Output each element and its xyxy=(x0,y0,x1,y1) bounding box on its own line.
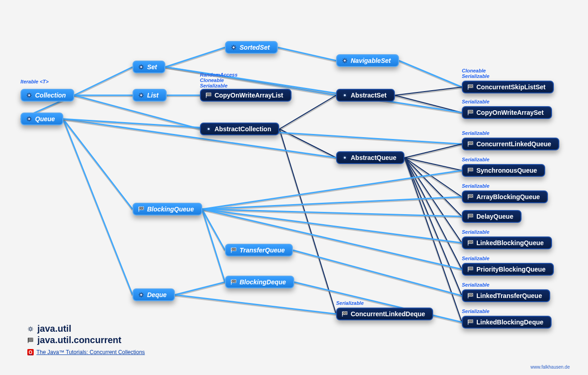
tag-iterable: Iterable <T> xyxy=(20,79,49,84)
svg-line-51 xyxy=(404,158,462,296)
svg-line-142 xyxy=(346,62,347,62)
svg-point-76 xyxy=(29,328,32,330)
node-delayqueue[interactable]: DelayQueue xyxy=(462,210,522,223)
svg-line-69 xyxy=(293,250,462,296)
svg-line-124 xyxy=(142,96,143,97)
node-label: TransferQueue xyxy=(240,247,285,254)
svg-line-70 xyxy=(175,283,225,296)
svg-line-184 xyxy=(142,296,143,297)
svg-line-31 xyxy=(63,119,133,209)
svg-line-49 xyxy=(404,158,462,269)
svg-line-53 xyxy=(404,158,462,322)
svg-line-183 xyxy=(139,293,140,294)
svg-rect-172 xyxy=(206,93,211,96)
svg-line-30 xyxy=(63,120,133,210)
gear-icon xyxy=(26,92,32,98)
node-syncqueue[interactable]: SynchronousQueue xyxy=(462,164,545,177)
svg-line-170 xyxy=(343,159,344,159)
node-sortedset[interactable]: SortedSet xyxy=(225,41,278,54)
node-label: LinkedTransferQueue xyxy=(476,292,542,299)
svg-line-169 xyxy=(346,159,347,159)
svg-rect-176 xyxy=(231,248,236,251)
node-collection[interactable]: Collection xyxy=(20,89,74,102)
svg-line-107 xyxy=(27,120,28,121)
node-abstractqueue[interactable]: AbstractQueue xyxy=(336,151,404,164)
node-arrayblockingqueue[interactable]: ArrayBlockingQueue xyxy=(462,190,548,203)
svg-line-67 xyxy=(202,209,225,282)
node-priorityblockingqueue[interactable]: PriorityBlockingQueue xyxy=(462,263,554,276)
node-abstractset[interactable]: AbstractSet xyxy=(336,89,395,102)
svg-rect-203 xyxy=(468,241,473,244)
node-label: AbstractSet xyxy=(351,92,387,99)
svg-line-26 xyxy=(279,130,336,159)
node-label: ArrayBlockingQueue xyxy=(476,193,540,200)
gear-icon xyxy=(26,116,32,122)
node-abstractcollection[interactable]: AbstractCollection xyxy=(200,123,279,135)
node-queue[interactable]: Queue xyxy=(20,113,63,125)
svg-line-98 xyxy=(27,96,28,97)
svg-line-48 xyxy=(404,159,462,270)
svg-line-125 xyxy=(139,96,140,97)
svg-point-136 xyxy=(343,59,346,62)
oracle-icon: O xyxy=(27,349,34,355)
svg-line-81 xyxy=(29,327,30,328)
flag-icon xyxy=(467,141,474,147)
svg-line-57 xyxy=(202,197,462,209)
svg-line-71 xyxy=(175,282,225,295)
svg-line-161 xyxy=(207,130,208,131)
node-list[interactable]: List xyxy=(133,89,167,102)
svg-rect-197 xyxy=(468,168,473,171)
node-copowset[interactable]: CopyOnWriteArraySet xyxy=(462,106,552,119)
svg-line-8 xyxy=(165,48,225,68)
svg-rect-205 xyxy=(468,267,473,270)
node-concurrentlinkeddeque[interactable]: ConcurrentLinkedDeque xyxy=(336,308,433,320)
svg-line-16 xyxy=(395,88,462,96)
svg-line-39 xyxy=(404,144,462,158)
tutorial-label: The Java™ Tutorials: Concurrent Collecti… xyxy=(36,349,145,355)
node-transferqueue[interactable]: TransferQueue xyxy=(225,244,293,257)
svg-line-46 xyxy=(404,159,462,244)
node-blockingdeque[interactable]: BlockingDeque xyxy=(225,276,294,288)
svg-point-100 xyxy=(28,118,31,120)
node-label: List xyxy=(147,92,159,99)
flag-icon xyxy=(230,247,237,253)
node-linkedblockingdeque[interactable]: LinkedBlockingDeque xyxy=(462,316,552,329)
svg-line-160 xyxy=(210,130,210,131)
svg-line-116 xyxy=(139,68,140,69)
gear-icon xyxy=(342,92,348,98)
svg-line-50 xyxy=(404,159,462,297)
svg-line-47 xyxy=(404,158,462,243)
svg-line-117 xyxy=(142,65,143,66)
node-conclinkedqueue[interactable]: ConcurrentLinkedQueue xyxy=(462,138,559,150)
svg-line-84 xyxy=(31,327,32,328)
node-concskiplistset[interactable]: ConcurrentSkipListSet xyxy=(462,81,554,93)
tutorial-link[interactable]: O The Java™ Tutorials: Concurrent Collec… xyxy=(27,349,145,355)
gear-icon xyxy=(342,57,348,64)
interface-tag: Serializable xyxy=(462,157,490,162)
svg-line-61 xyxy=(202,209,462,243)
flag-icon xyxy=(230,279,237,285)
svg-line-151 xyxy=(346,96,347,97)
node-linkedblockingqueue[interactable]: LinkedBlockingQueue xyxy=(462,236,552,249)
svg-line-64 xyxy=(202,210,225,251)
interface-tag: Serializable xyxy=(462,183,490,189)
node-blockingqueue[interactable]: BlockingQueue xyxy=(133,203,202,216)
svg-line-54 xyxy=(202,171,462,210)
node-set[interactable]: Set xyxy=(133,61,165,73)
node-linkedtransferqueue[interactable]: LinkedTransferQueue xyxy=(462,289,550,302)
svg-rect-187 xyxy=(231,280,236,283)
svg-line-17 xyxy=(395,87,462,95)
svg-line-186 xyxy=(142,293,143,294)
svg-line-72 xyxy=(175,296,336,315)
node-navigableset[interactable]: NavigableSet xyxy=(336,54,399,67)
svg-line-65 xyxy=(202,209,225,250)
node-label: BlockingDeque xyxy=(240,278,286,286)
flag-icon xyxy=(342,311,348,317)
node-copowlist[interactable]: CopyOnWriteArrayList xyxy=(200,89,291,102)
flag-icon xyxy=(205,92,212,98)
flag-icon xyxy=(467,266,474,272)
gear-icon xyxy=(138,92,144,98)
interface-tag: Serializable xyxy=(462,282,490,288)
svg-line-52 xyxy=(404,159,462,323)
node-deque[interactable]: Deque xyxy=(133,288,175,301)
